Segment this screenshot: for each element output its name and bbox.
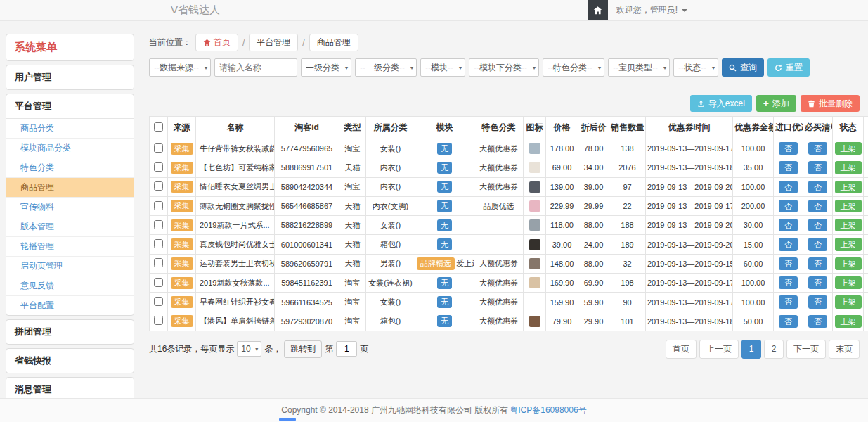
must-buy-toggle-button[interactable]: 否 <box>808 161 827 174</box>
reset-button[interactable]: 重置 <box>767 58 810 77</box>
sidebar-item-1[interactable]: 平台管理 <box>6 94 134 118</box>
home-button[interactable] <box>588 0 608 20</box>
must-buy-toggle-button[interactable]: 否 <box>808 181 827 193</box>
page-button-5[interactable]: 末页 <box>829 340 860 359</box>
filter-select-0[interactable]: --数据来源-- <box>149 58 211 77</box>
sidebar-subitem-8[interactable]: 意见反馈 <box>6 276 134 296</box>
module-badge: 无 <box>437 277 452 289</box>
filter-select-5[interactable]: --模块下分类-- <box>469 58 539 77</box>
status-button[interactable]: 上架 <box>835 295 862 308</box>
coupon-amount: 100.00 <box>733 139 774 158</box>
sidebar-subitem-5[interactable]: 版本管理 <box>6 217 134 237</box>
row-checkbox[interactable] <box>154 258 163 267</box>
filter-select-3[interactable]: --二级分类-- <box>355 58 417 77</box>
name-search-input[interactable] <box>214 58 297 77</box>
breadcrumb-item-platform[interactable]: 平台管理 <box>249 34 298 51</box>
row-checkbox[interactable] <box>154 201 163 210</box>
row-checkbox[interactable] <box>154 220 163 229</box>
page-button-4[interactable]: 下一页 <box>786 340 826 359</box>
sidebar-item-2[interactable]: 拼团管理 <box>6 320 134 344</box>
import-excel-button[interactable]: 导入excel <box>690 95 752 112</box>
must-buy-toggle-button[interactable]: 否 <box>808 295 827 308</box>
jump-button[interactable]: 跳转到 <box>284 340 322 358</box>
must-buy-toggle-button[interactable]: 否 <box>808 276 827 289</box>
imported-toggle-button[interactable]: 否 <box>779 142 798 155</box>
status-button[interactable]: 上架 <box>835 257 862 270</box>
status-button[interactable]: 上架 <box>835 181 862 193</box>
add-button[interactable]: + 添加 <box>756 95 796 112</box>
coupon-amount: 200.00 <box>733 196 774 215</box>
filter-select-4[interactable]: --模块-- <box>420 58 465 77</box>
select-all-checkbox[interactable] <box>154 122 163 132</box>
status-button[interactable]: 上架 <box>835 161 862 174</box>
icp-link[interactable]: 粤ICP备16098006号 <box>510 404 586 416</box>
status-button[interactable]: 上架 <box>835 276 862 289</box>
imported-toggle-button[interactable]: 否 <box>779 238 798 250</box>
column-header-11: 优惠券时间 <box>646 117 733 139</box>
status-button[interactable]: 上架 <box>835 315 862 328</box>
sidebar-subitem-6[interactable]: 轮播管理 <box>6 237 134 257</box>
filter-select-6[interactable]: --特色分类-- <box>543 58 604 77</box>
imported-toggle-button[interactable]: 否 <box>779 276 798 289</box>
search-button[interactable]: 查询 <box>722 58 764 77</box>
column-header-7: 图标 <box>524 117 546 139</box>
must-buy-toggle-button[interactable]: 否 <box>808 142 827 155</box>
filter-select-2[interactable]: 一级分类 <box>301 58 351 77</box>
sidebar-subitem-9[interactable]: 平台配置 <box>6 296 134 315</box>
product-thumbnail <box>529 239 540 250</box>
filter-select-7[interactable]: --宝贝类型-- <box>608 58 670 77</box>
page-button-3[interactable]: 2 <box>764 340 784 359</box>
sidebar-item-0[interactable]: 用户管理 <box>6 65 134 89</box>
row-operations <box>864 312 868 331</box>
row-checkbox[interactable] <box>154 162 163 172</box>
status-button[interactable]: 上架 <box>835 142 862 155</box>
must-buy-toggle-button[interactable]: 否 <box>808 238 827 250</box>
product-name: 真皮钱包时尚优雅女士... <box>196 235 275 254</box>
must-buy-toggle-button[interactable]: 否 <box>808 257 827 270</box>
feature-category: 大额优惠券 <box>474 274 524 293</box>
product-category: 内衣() <box>366 177 415 196</box>
row-checkbox[interactable] <box>154 316 163 325</box>
sidebar-subitem-4[interactable]: 宣传物料 <box>6 198 134 217</box>
sidebar-subitem-7[interactable]: 启动页管理 <box>6 257 134 276</box>
row-checkbox[interactable] <box>154 297 163 306</box>
sidebar-subitem-2[interactable]: 特色分类 <box>6 158 134 178</box>
sidebar-subitem-0[interactable]: 商品分类 <box>6 119 134 139</box>
row-checkbox[interactable] <box>154 278 163 287</box>
row-checkbox[interactable] <box>154 143 163 153</box>
batch-delete-button[interactable]: 批量删除 <box>801 95 860 112</box>
select-all-header <box>150 117 168 139</box>
must-buy-toggle-button[interactable]: 否 <box>808 200 827 212</box>
imported-toggle-button[interactable]: 否 <box>779 200 798 212</box>
status-button[interactable]: 上架 <box>835 238 862 250</box>
imported-toggle-button[interactable]: 否 <box>779 161 798 174</box>
imported-toggle-button[interactable]: 否 <box>779 181 798 193</box>
sidebar-subitem-3[interactable]: 商品管理 <box>6 178 134 198</box>
page-button-0[interactable]: 首页 <box>666 340 697 359</box>
user-menu[interactable]: 欢迎您，管理员! <box>608 0 696 20</box>
page-button-2[interactable]: 1 <box>741 340 761 359</box>
sidebar-item-3[interactable]: 省钱快报 <box>6 349 134 373</box>
jump-page-input[interactable] <box>336 341 357 357</box>
status-button[interactable]: 上架 <box>835 219 862 231</box>
breadcrumb-home[interactable]: 首页 <box>195 34 238 51</box>
sidebar-subitem-1[interactable]: 模块商品分类 <box>6 139 134 158</box>
row-checkbox[interactable] <box>154 181 163 191</box>
horizontal-scrollbar-thumb[interactable] <box>279 418 296 421</box>
must-buy-toggle-button[interactable]: 否 <box>808 315 827 328</box>
must-buy-toggle-button[interactable]: 否 <box>808 219 827 231</box>
imported-toggle-button[interactable]: 否 <box>779 257 798 270</box>
filter-bar: --数据来源--▾一级分类▾--二级分类--▾--模块--▾--模块下分类--▾… <box>149 58 860 77</box>
sidebar-item-4[interactable]: 消息管理 <box>6 378 134 398</box>
product-thumbnail <box>529 277 540 288</box>
product-icon-cell <box>524 139 546 158</box>
per-page-select[interactable]: 10 <box>237 341 261 357</box>
filter-select-8[interactable]: --状态-- <box>673 58 718 77</box>
page-button-1[interactable]: 上一页 <box>699 340 739 359</box>
imported-toggle-button[interactable]: 否 <box>779 315 798 328</box>
row-checkbox[interactable] <box>154 239 163 248</box>
imported-toggle-button[interactable]: 否 <box>779 295 798 308</box>
status-button[interactable]: 上架 <box>835 200 862 212</box>
row-operations <box>864 139 868 158</box>
imported-toggle-button[interactable]: 否 <box>779 219 798 231</box>
